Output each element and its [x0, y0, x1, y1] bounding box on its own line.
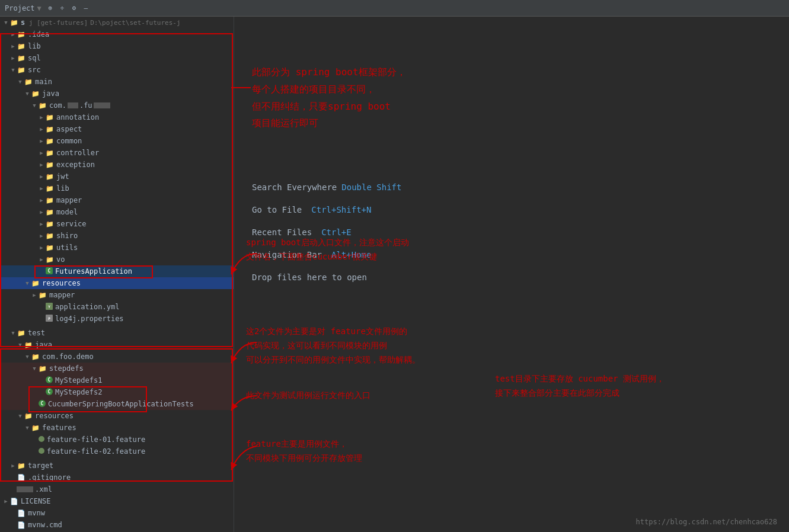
com-foo-arrow: ▼	[24, 353, 31, 360]
tree-item-mapper2[interactable]: ▶ 📁 mapper	[0, 289, 234, 301]
shiro-label: shiro	[56, 232, 78, 240]
tree-item-mvnw-cmd[interactable]: 📄 mvnw.cmd	[0, 519, 234, 531]
shortcuts-section: Search Everywhere Double Shift Go to Fil…	[252, 182, 771, 282]
tree-item-main[interactable]: ▼ 📁 main	[0, 76, 234, 88]
annotation-entryfile-line2: 文件名，下面整合cucumber很关键	[246, 252, 377, 261]
tree-item-sql[interactable]: ▶ 📁 sql	[0, 52, 234, 64]
tree-item-model[interactable]: ▶ 📁 model	[0, 206, 234, 218]
svg-text:C: C	[48, 389, 51, 395]
log4j-arrow	[38, 315, 45, 322]
tree-item-service[interactable]: ▶ 📁 service	[0, 218, 234, 230]
tree-item-pom[interactable]: .xml	[0, 483, 234, 495]
tree-item-license[interactable]: ▶ 📄 LICENSE	[0, 495, 234, 507]
svg-text:P: P	[48, 316, 50, 321]
root-folder-icon: 📁	[9, 18, 19, 27]
test-dir-line2: 接下来整合部分主要在此部分完成	[495, 388, 619, 398]
tree-item-vo[interactable]: ▶ 📁 vo	[0, 254, 234, 265]
license-icon: 📄	[9, 497, 19, 505]
tree-item-lib[interactable]: ▶ 📁 lib	[0, 40, 234, 52]
synchronize-icon[interactable]: ⊕	[46, 4, 55, 12]
feature01-label: feature-file-01.feature	[47, 435, 145, 444]
tree-item-com[interactable]: ▼ 📁 com. .fu	[0, 100, 234, 111]
tree-item-mapper[interactable]: ▶ 📁 mapper	[0, 194, 234, 206]
mapper-label: mapper	[56, 196, 82, 204]
root-arrow: ▼	[2, 19, 9, 26]
tree-item-gitignore[interactable]: 📄 .gitignore	[0, 472, 234, 483]
svg-text:C: C	[48, 268, 51, 274]
utils-label: utils	[56, 243, 78, 252]
common-label: common	[56, 137, 82, 145]
shiro-folder-icon: 📁	[45, 232, 55, 240]
annotation-springboot-line3: 但不用纠结，只要spring boot	[252, 101, 391, 112]
tree-item-feature01[interactable]: feature-file-01.feature	[0, 434, 234, 446]
annotation-folder-icon: 📁	[45, 113, 55, 121]
feature-files-line2: 不同模块下用例可分开存放管理	[246, 453, 362, 463]
title-bar-icons: ⊕ ÷ ⚙ —	[46, 4, 90, 12]
tree-item-src[interactable]: ▼ 📁 src	[0, 64, 234, 76]
tree-item-idea[interactable]: ▶ 📁 .idea	[0, 28, 234, 40]
main-layout: ▼ 📁 s j [get-futures] D:\poject\set-futu…	[0, 17, 789, 532]
tree-item-lib2[interactable]: ▶ 📁 lib	[0, 182, 234, 194]
tree-item-utils[interactable]: ▶ 📁 utils	[0, 242, 234, 254]
tree-item-com-foo-demo[interactable]: ▼ 📁 com.foo.demo	[0, 351, 234, 363]
title-bar-project-label[interactable]: Project	[5, 4, 35, 12]
tree-item-resources[interactable]: ▼ 📁 resources	[0, 277, 234, 289]
tree-item-jwt[interactable]: ▶ 📁 jwt	[0, 171, 234, 182]
vo-label: vo	[56, 255, 65, 264]
feature-files-line1: feature主要是用例文件，	[246, 439, 347, 448]
futures-app-icon: C	[45, 267, 53, 277]
com-redacted2	[94, 102, 110, 108]
go-to-file-label: Go to File	[252, 205, 302, 214]
tree-item-feature02[interactable]: feature-file-02.feature	[0, 446, 234, 457]
tree-item-mystepdefs1[interactable]: C MyStepdefs1	[0, 374, 234, 386]
tree-item-controller[interactable]: ▶ 📁 controller	[0, 147, 234, 159]
collapse-icon[interactable]: ÷	[58, 4, 66, 12]
tree-item-aspect[interactable]: ▶ 📁 aspect	[0, 123, 234, 135]
tree-item-stepdefs[interactable]: ▼ 📁 stepdefs	[0, 363, 234, 374]
sql-folder-icon: 📁	[17, 54, 26, 62]
tree-item-mystepdefs2[interactable]: C MyStepdefs2	[0, 386, 234, 398]
feature01-arrow	[31, 436, 38, 443]
tree-item-java2[interactable]: ▼ 📁 java	[0, 339, 234, 351]
log4j-label: log4j.properties	[55, 315, 124, 323]
com-arrow: ▼	[31, 102, 38, 109]
tree-item-features[interactable]: ▼ 📁 features	[0, 422, 234, 434]
tree-item-java[interactable]: ▼ 📁 java	[0, 88, 234, 100]
cucumber-entry-line1: 此文件为测试用例运行文件的入口	[246, 390, 370, 400]
tree-item-futures-application[interactable]: C FuturesApplication	[0, 265, 234, 277]
idea-arrow: ▶	[9, 31, 17, 38]
annotation-cucumber-entry-text: 此文件为测试用例运行文件的入口	[246, 389, 370, 403]
lib-arrow: ▶	[9, 43, 17, 50]
settings-icon[interactable]: ⚙	[70, 4, 78, 12]
tree-item-log4j[interactable]: P log4j.properties	[0, 313, 234, 325]
utils-arrow: ▶	[38, 244, 45, 251]
tree-item-exception[interactable]: ▶ 📁 exception	[0, 159, 234, 171]
mvnw-icon: 📄	[17, 509, 26, 517]
cucumber-icon: C	[38, 399, 46, 409]
exception-folder-icon: 📁	[45, 161, 55, 169]
feature02-icon	[38, 447, 45, 456]
mapper2-folder-icon: 📁	[38, 291, 47, 299]
aspect-folder-icon: 📁	[45, 125, 55, 133]
test-label: test	[28, 329, 45, 337]
tree-item-resources2[interactable]: ▼ 📁 resources	[0, 410, 234, 422]
tree-item-target[interactable]: ▶ 📁 target	[0, 460, 234, 472]
stepdefs1-icon: C	[45, 376, 53, 386]
tree-item-mvnw[interactable]: 📄 mvnw	[0, 507, 234, 519]
model-arrow: ▶	[38, 209, 45, 216]
tree-item-test[interactable]: ▼ 📁 test	[0, 327, 234, 339]
mvnw-arrow	[9, 509, 17, 517]
tree-root[interactable]: ▼ 📁 s j [get-futures] D:\poject\set-futu…	[0, 17, 234, 28]
tree-item-cucumber-spring-tests[interactable]: C CucumberSpringBootApplicationTests	[0, 398, 234, 410]
lib-label: lib	[28, 42, 41, 50]
tree-item-annotation[interactable]: ▶ 📁 annotation	[0, 111, 234, 123]
search-everywhere-key: Double Shift	[341, 182, 401, 192]
annotation-springboot-line1: 此部分为 spring boot框架部分，	[252, 66, 406, 78]
mvnw-label: mvnw	[28, 509, 45, 517]
minimize-icon[interactable]: —	[82, 4, 90, 12]
tree-item-application-yml[interactable]: Y application.yml	[0, 301, 234, 313]
tree-item-common[interactable]: ▶ 📁 common	[0, 135, 234, 147]
feature-code-line1: 这2个文件为主要是对 feature文件用例的	[246, 326, 407, 336]
shortcut-search-everywhere: Search Everywhere Double Shift	[252, 182, 771, 192]
tree-item-shiro[interactable]: ▶ 📁 shiro	[0, 230, 234, 242]
